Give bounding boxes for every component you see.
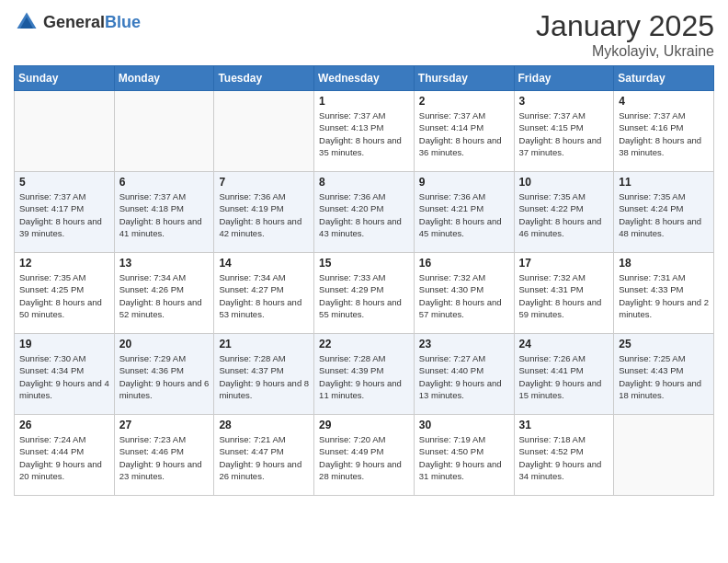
calendar-day-cell: 24Sunrise: 7:26 AM Sunset: 4:41 PM Dayli…	[514, 334, 614, 415]
calendar-day-cell: 27Sunrise: 7:23 AM Sunset: 4:46 PM Dayli…	[114, 415, 214, 496]
calendar-day-cell	[614, 415, 714, 496]
day-number: 11	[619, 176, 709, 189]
calendar-day-cell	[15, 91, 115, 172]
day-of-week-header: Friday	[514, 66, 614, 91]
logo-icon	[14, 9, 40, 35]
calendar-week-row: 5Sunrise: 7:37 AM Sunset: 4:17 PM Daylig…	[15, 172, 714, 253]
day-info: Sunrise: 7:35 AM Sunset: 4:25 PM Dayligh…	[19, 271, 109, 320]
day-number: 30	[419, 419, 509, 431]
day-info: Sunrise: 7:37 AM Sunset: 4:13 PM Dayligh…	[319, 109, 409, 158]
calendar-day-cell: 8Sunrise: 7:36 AM Sunset: 4:20 PM Daylig…	[314, 172, 415, 253]
calendar-day-cell: 15Sunrise: 7:33 AM Sunset: 4:29 PM Dayli…	[314, 253, 415, 334]
day-number: 23	[419, 338, 509, 350]
day-info: Sunrise: 7:25 AM Sunset: 4:43 PM Dayligh…	[619, 352, 709, 401]
day-of-week-header: Sunday	[15, 66, 115, 91]
day-info: Sunrise: 7:37 AM Sunset: 4:17 PM Dayligh…	[19, 190, 109, 239]
day-info: Sunrise: 7:37 AM Sunset: 4:15 PM Dayligh…	[519, 109, 609, 158]
day-number: 1	[319, 95, 409, 108]
day-info: Sunrise: 7:21 AM Sunset: 4:47 PM Dayligh…	[219, 433, 309, 482]
day-number: 22	[319, 338, 409, 350]
day-info: Sunrise: 7:27 AM Sunset: 4:40 PM Dayligh…	[419, 352, 509, 401]
day-info: Sunrise: 7:32 AM Sunset: 4:30 PM Dayligh…	[419, 271, 509, 320]
day-info: Sunrise: 7:33 AM Sunset: 4:29 PM Dayligh…	[319, 271, 409, 320]
calendar-day-cell: 26Sunrise: 7:24 AM Sunset: 4:44 PM Dayli…	[15, 415, 115, 496]
day-number: 27	[119, 419, 210, 431]
calendar-day-cell: 19Sunrise: 7:30 AM Sunset: 4:34 PM Dayli…	[15, 334, 115, 415]
calendar-day-cell: 31Sunrise: 7:18 AM Sunset: 4:52 PM Dayli…	[514, 415, 614, 496]
day-info: Sunrise: 7:37 AM Sunset: 4:18 PM Dayligh…	[119, 190, 210, 239]
day-of-week-header: Wednesday	[314, 66, 415, 91]
day-info: Sunrise: 7:36 AM Sunset: 4:19 PM Dayligh…	[219, 190, 309, 239]
day-info: Sunrise: 7:37 AM Sunset: 4:14 PM Dayligh…	[419, 109, 509, 158]
calendar-day-cell: 9Sunrise: 7:36 AM Sunset: 4:21 PM Daylig…	[414, 172, 514, 253]
day-number: 19	[19, 338, 109, 350]
calendar-day-cell: 18Sunrise: 7:31 AM Sunset: 4:33 PM Dayli…	[614, 253, 714, 334]
day-info: Sunrise: 7:34 AM Sunset: 4:26 PM Dayligh…	[119, 271, 210, 320]
calendar-week-row: 19Sunrise: 7:30 AM Sunset: 4:34 PM Dayli…	[15, 334, 714, 415]
logo-general-text: General	[43, 13, 105, 31]
title-area: January 2025 Mykolayiv, Ukraine	[536, 9, 714, 60]
day-number: 13	[119, 257, 210, 270]
day-info: Sunrise: 7:35 AM Sunset: 4:24 PM Dayligh…	[619, 190, 709, 239]
logo-blue-text: Blue	[105, 13, 141, 31]
day-info: Sunrise: 7:28 AM Sunset: 4:39 PM Dayligh…	[319, 352, 409, 401]
day-number: 7	[219, 176, 309, 189]
calendar-week-row: 1Sunrise: 7:37 AM Sunset: 4:13 PM Daylig…	[15, 91, 714, 172]
day-number: 16	[419, 257, 509, 270]
calendar-week-row: 26Sunrise: 7:24 AM Sunset: 4:44 PM Dayli…	[15, 415, 714, 496]
day-of-week-header: Thursday	[414, 66, 514, 91]
day-info: Sunrise: 7:19 AM Sunset: 4:50 PM Dayligh…	[419, 433, 509, 482]
calendar-day-cell: 22Sunrise: 7:28 AM Sunset: 4:39 PM Dayli…	[314, 334, 415, 415]
day-info: Sunrise: 7:30 AM Sunset: 4:34 PM Dayligh…	[19, 352, 109, 401]
page-container: GeneralBlue January 2025 Mykolayiv, Ukra…	[0, 0, 728, 505]
day-number: 3	[519, 95, 609, 108]
calendar-day-cell: 7Sunrise: 7:36 AM Sunset: 4:19 PM Daylig…	[214, 172, 314, 253]
calendar-day-cell: 5Sunrise: 7:37 AM Sunset: 4:17 PM Daylig…	[15, 172, 115, 253]
day-number: 18	[619, 257, 709, 270]
calendar-day-cell: 28Sunrise: 7:21 AM Sunset: 4:47 PM Dayli…	[214, 415, 314, 496]
day-number: 25	[619, 338, 709, 350]
day-number: 4	[619, 95, 709, 108]
day-info: Sunrise: 7:34 AM Sunset: 4:27 PM Dayligh…	[219, 271, 309, 320]
day-info: Sunrise: 7:20 AM Sunset: 4:49 PM Dayligh…	[319, 433, 409, 482]
header: GeneralBlue January 2025 Mykolayiv, Ukra…	[14, 9, 714, 60]
day-number: 8	[319, 176, 409, 189]
day-info: Sunrise: 7:18 AM Sunset: 4:52 PM Dayligh…	[519, 433, 609, 482]
calendar-week-row: 12Sunrise: 7:35 AM Sunset: 4:25 PM Dayli…	[15, 253, 714, 334]
calendar-day-cell	[114, 91, 214, 172]
day-number: 20	[119, 338, 210, 350]
day-number: 17	[519, 257, 609, 270]
day-info: Sunrise: 7:24 AM Sunset: 4:44 PM Dayligh…	[19, 433, 109, 482]
calendar-day-cell: 16Sunrise: 7:32 AM Sunset: 4:30 PM Dayli…	[414, 253, 514, 334]
calendar-day-cell: 2Sunrise: 7:37 AM Sunset: 4:14 PM Daylig…	[414, 91, 514, 172]
day-info: Sunrise: 7:37 AM Sunset: 4:16 PM Dayligh…	[619, 109, 709, 158]
month-title: January 2025	[536, 9, 714, 43]
day-info: Sunrise: 7:36 AM Sunset: 4:20 PM Dayligh…	[319, 190, 409, 239]
calendar-day-cell: 12Sunrise: 7:35 AM Sunset: 4:25 PM Dayli…	[15, 253, 115, 334]
calendar-day-cell: 29Sunrise: 7:20 AM Sunset: 4:49 PM Dayli…	[314, 415, 415, 496]
calendar-day-cell: 14Sunrise: 7:34 AM Sunset: 4:27 PM Dayli…	[214, 253, 314, 334]
day-of-week-header: Monday	[114, 66, 214, 91]
calendar-day-cell: 23Sunrise: 7:27 AM Sunset: 4:40 PM Dayli…	[414, 334, 514, 415]
day-info: Sunrise: 7:29 AM Sunset: 4:36 PM Dayligh…	[119, 352, 210, 401]
day-number: 14	[219, 257, 309, 270]
day-number: 6	[119, 176, 210, 189]
day-info: Sunrise: 7:28 AM Sunset: 4:37 PM Dayligh…	[219, 352, 309, 401]
day-info: Sunrise: 7:35 AM Sunset: 4:22 PM Dayligh…	[519, 190, 609, 239]
calendar-day-cell: 20Sunrise: 7:29 AM Sunset: 4:36 PM Dayli…	[114, 334, 214, 415]
calendar-day-cell: 1Sunrise: 7:37 AM Sunset: 4:13 PM Daylig…	[314, 91, 415, 172]
calendar-day-cell: 25Sunrise: 7:25 AM Sunset: 4:43 PM Dayli…	[614, 334, 714, 415]
calendar-day-cell: 6Sunrise: 7:37 AM Sunset: 4:18 PM Daylig…	[114, 172, 214, 253]
day-number: 10	[519, 176, 609, 189]
day-number: 26	[19, 419, 109, 431]
day-number: 24	[519, 338, 609, 350]
day-info: Sunrise: 7:32 AM Sunset: 4:31 PM Dayligh…	[519, 271, 609, 320]
day-number: 21	[219, 338, 309, 350]
calendar-day-cell: 3Sunrise: 7:37 AM Sunset: 4:15 PM Daylig…	[514, 91, 614, 172]
calendar-header-row: SundayMondayTuesdayWednesdayThursdayFrid…	[15, 66, 714, 91]
calendar-day-cell: 21Sunrise: 7:28 AM Sunset: 4:37 PM Dayli…	[214, 334, 314, 415]
calendar-table: SundayMondayTuesdayWednesdayThursdayFrid…	[14, 65, 714, 496]
day-number: 31	[519, 419, 609, 431]
day-info: Sunrise: 7:31 AM Sunset: 4:33 PM Dayligh…	[619, 271, 709, 320]
day-number: 29	[319, 419, 409, 431]
